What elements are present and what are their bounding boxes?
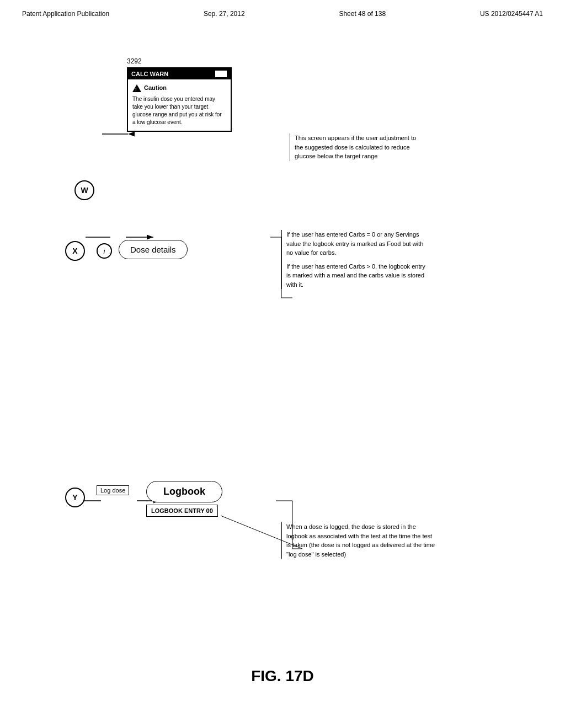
logbook-entry-label: LOGBOOK ENTRY 00 <box>146 505 218 517</box>
header-sheet: Sheet 48 of 138 <box>339 10 386 18</box>
calc-warn-screen: CALC WARN OK Caution The insulin dose yo… <box>127 67 232 132</box>
header-date: Sep. 27, 2012 <box>204 10 245 18</box>
dose-details-box: Dose details <box>119 240 188 259</box>
header-left: Patent Application Publication <box>22 10 109 18</box>
logbook-label: Logbook <box>146 481 222 502</box>
screen-title: CALC WARN <box>131 71 168 77</box>
caution-label: Caution <box>144 84 167 92</box>
dose-details-label: Dose details <box>119 240 188 259</box>
section-w: 3292 CALC WARN OK Caution The insulin do… <box>72 62 403 216</box>
section-x-annotation-carbs-zero: If the user has entered Carbs = 0 or any… <box>286 230 430 258</box>
log-dose-label: Log dose <box>97 485 129 495</box>
label-w-circle: W <box>74 180 94 200</box>
caution-triangle-icon <box>132 84 141 92</box>
caution-header: Caution <box>132 84 226 92</box>
screen-body: Caution The insulin dose you entered may… <box>128 79 231 131</box>
caution-body-text: The insulin dose you entered may take yo… <box>132 95 226 126</box>
label-x-circle: X <box>65 241 85 261</box>
info-icon: i <box>97 243 112 259</box>
section-x-annotation: If the user has entered Carbs = 0 or any… <box>281 230 430 289</box>
section-y-annotation: When a dose is logged, the dose is store… <box>281 522 436 559</box>
screen-title-bar: CALC WARN OK <box>128 68 231 79</box>
page-header: Patent Application Publication Sep. 27, … <box>0 0 565 18</box>
label-y-circle: Y <box>65 488 85 507</box>
header-patent: US 2012/0245447 A1 <box>480 10 543 18</box>
section-x-annotation-carbs-positive: If the user has entered Carbs > 0, the l… <box>286 262 430 290</box>
ref-number-3292: 3292 <box>127 57 142 65</box>
figure-label: FIG. 17D <box>251 667 314 685</box>
section-w-annotation: This screen appears if the user adjustme… <box>290 133 417 161</box>
logbook-entry-box: LOGBOOK ENTRY 00 <box>146 500 218 517</box>
ok-button[interactable]: OK <box>215 70 228 78</box>
logbook-box: Logbook <box>146 481 222 502</box>
main-content: 3292 CALC WARN OK Caution The insulin do… <box>0 18 565 718</box>
section-x: X i Dose details If the user has entered… <box>55 238 441 271</box>
